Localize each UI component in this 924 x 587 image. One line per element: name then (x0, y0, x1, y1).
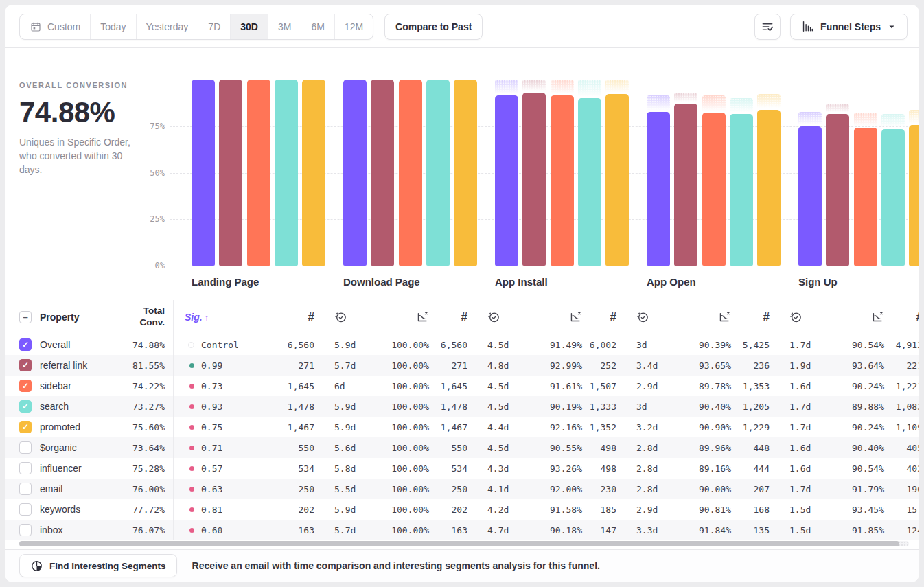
date-range-30d[interactable]: 30D (230, 14, 268, 39)
compare-to-past-button[interactable]: Compare to Past (384, 14, 483, 40)
row-checkbox[interactable] (19, 483, 32, 495)
time-to-convert-value: 3d (636, 402, 672, 412)
filter-button[interactable] (754, 14, 781, 40)
select-all-checkbox[interactable]: – (19, 311, 32, 323)
date-range-yesterday[interactable]: Yesterday (136, 14, 198, 39)
sig-sort-header[interactable]: Sig.↑ (185, 312, 209, 323)
conversion-rate-value: 90.40% (825, 443, 884, 453)
date-range-6m[interactable]: 6M (301, 14, 334, 39)
property-label: $organic (40, 442, 77, 453)
conversion-rate-value: 91.49% (523, 340, 582, 350)
horizontal-scrollbar[interactable] (19, 541, 909, 546)
time-to-convert-value: 1.7d (789, 484, 825, 494)
step-count: 1,353 (731, 381, 770, 391)
table-row-referrallink: ✓referral link81.55%0.992715.7d100.00%27… (5, 355, 919, 376)
total-conversion-value: 76.00% (132, 484, 165, 494)
row-checkbox[interactable] (19, 441, 32, 454)
row-checkbox[interactable]: ✓ (19, 338, 32, 351)
date-range-label: 7D (208, 21, 220, 32)
funnel-bar[interactable] (757, 110, 781, 266)
step-count: 1,205 (731, 402, 770, 412)
row-checkbox[interactable] (19, 462, 32, 474)
row-checkbox[interactable]: ✓ (19, 400, 32, 413)
funnel-bar[interactable] (854, 128, 877, 266)
funnel-bar[interactable] (798, 126, 822, 266)
funnel-bar[interactable] (343, 80, 367, 266)
time-to-convert-value: 1.5d (789, 505, 825, 515)
row-checkbox[interactable] (19, 503, 32, 516)
table-row-promoted: ✓promoted75.60%0.751,4675.9d100.00%1,467… (5, 417, 919, 437)
step-count: 534 (429, 463, 467, 474)
property-cell: email76.00% (5, 479, 173, 499)
step-count: 402 (884, 463, 919, 474)
funnel-bar[interactable] (302, 80, 325, 266)
drop-off-cap (605, 80, 629, 92)
funnel-bar[interactable] (247, 80, 270, 266)
funnel-bar[interactable] (647, 112, 670, 266)
header-group-landing-page: Sig.↑# (173, 300, 323, 334)
conversion-rate-value: 90.24% (825, 422, 884, 433)
date-range-custom[interactable]: Custom (20, 14, 90, 39)
funnel-bar[interactable] (192, 80, 215, 266)
funnel-bar[interactable] (454, 80, 477, 266)
cell-group-step-5: 1.7d90.24%1,109 (778, 417, 919, 437)
funnel-bar[interactable] (605, 94, 629, 266)
total-conversion-value: 73.27% (132, 402, 165, 412)
drop-off-cap (730, 98, 753, 112)
funnel-bar[interactable] (275, 80, 298, 266)
row-checkbox[interactable] (19, 524, 32, 536)
funnel-bar[interactable] (826, 114, 849, 266)
funnel-steps-dropdown[interactable]: Funnel Steps (790, 14, 908, 40)
total-conversion-value: 75.28% (132, 463, 165, 474)
time-to-convert-value: 4.5d (487, 340, 523, 350)
row-checkbox[interactable]: ✓ (19, 421, 32, 433)
funnel-bar[interactable] (881, 129, 905, 266)
date-range-label: 3M (278, 21, 291, 32)
step-count: 124 (884, 525, 919, 536)
funnel-bar[interactable] (578, 98, 601, 266)
funnel-bar[interactable] (522, 93, 546, 266)
cell-group-step-5: 1.7d91.79%190 (778, 479, 919, 499)
conversion-rate-value: 92.99% (523, 360, 582, 371)
cell-group-landing-page: Control6,560 (173, 334, 323, 355)
funnel-bar[interactable] (495, 95, 518, 266)
drop-off-cap (578, 80, 601, 96)
funnel-bar[interactable] (909, 125, 919, 266)
step-count: 498 (582, 463, 616, 474)
property-label: referral link (40, 360, 87, 371)
drop-off-cap (647, 95, 670, 110)
funnel-bar[interactable] (426, 80, 450, 266)
hash-icon: # (429, 310, 467, 324)
step-count: 147 (582, 525, 616, 536)
step-count: 4,912 (884, 340, 919, 350)
date-range-12m[interactable]: 12M (334, 14, 373, 39)
time-to-convert-value: 5.7d (334, 360, 370, 371)
conversion-rate-value: 90.54% (825, 463, 884, 474)
funnel-bar[interactable] (219, 80, 242, 266)
time-to-convert-icon (789, 310, 825, 323)
property-label: promoted (40, 422, 80, 433)
find-interesting-segments-button[interactable]: Find Interesting Segments (19, 554, 177, 577)
conversion-rate-value: 100.00% (370, 525, 429, 536)
conversion-rate-value: 89.88% (825, 402, 884, 412)
row-checkbox[interactable]: ✓ (19, 359, 32, 371)
time-to-convert-value: 1.6d (789, 463, 825, 474)
funnel-bar[interactable] (399, 80, 422, 266)
date-range-3m[interactable]: 3M (268, 14, 301, 39)
funnel-bar[interactable] (674, 104, 697, 266)
date-range-today[interactable]: Today (90, 14, 135, 39)
funnel-bar[interactable] (371, 80, 394, 266)
significance-value: 0.57 (201, 463, 222, 474)
step-count: 135 (731, 525, 770, 536)
funnel-bar[interactable] (702, 113, 726, 266)
funnel-bar[interactable] (551, 95, 574, 266)
date-range-7d[interactable]: 7D (198, 14, 230, 39)
cell-group-step-2: 5.8d100.00%534 (323, 458, 476, 479)
funnel-bar[interactable] (730, 114, 753, 266)
row-checkbox[interactable]: ✓ (19, 380, 32, 392)
table-row-keywords: keywords77.72%0.812025.9d100.00%2024.2d9… (5, 499, 919, 520)
step-count: 221 (884, 360, 919, 371)
property-cell: influencer75.28% (5, 458, 173, 479)
drop-off-cap (522, 80, 546, 91)
scrollbar-thumb[interactable] (19, 541, 899, 546)
